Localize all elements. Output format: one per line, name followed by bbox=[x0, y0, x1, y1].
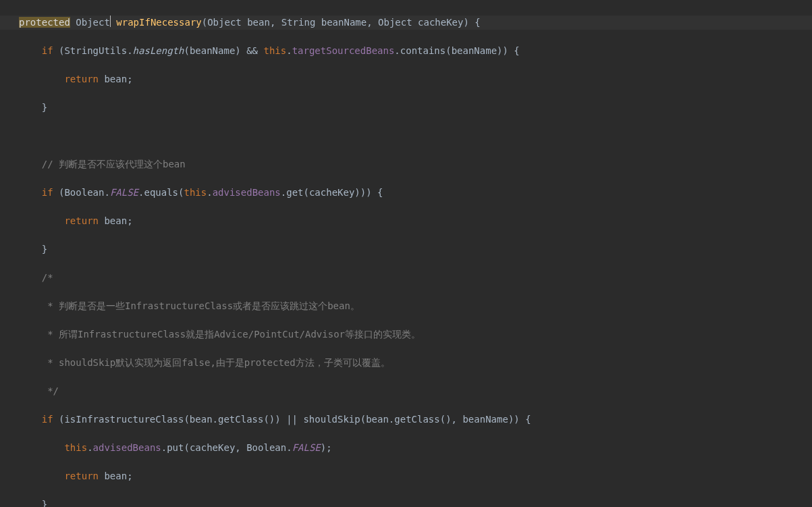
code-comment: // 判断是否不应该代理这个bean bbox=[0, 157, 812, 171]
keyword-protected: protected bbox=[19, 17, 70, 28]
code-comment: */ bbox=[0, 384, 812, 398]
caret bbox=[110, 16, 111, 27]
code-line: protected Object wrapIfNecessary(Object … bbox=[0, 16, 812, 30]
code-line: return bean; bbox=[0, 72, 812, 86]
code-line: return bean; bbox=[0, 214, 812, 228]
code-line: } bbox=[0, 498, 812, 507]
code-comment: * 所谓InfrastructureClass就是指Advice/PointCu… bbox=[0, 327, 812, 342]
code-line: return bean; bbox=[0, 469, 812, 483]
code-comment: /* bbox=[0, 271, 812, 285]
code-line: this.advisedBeans.put(cacheKey, Boolean.… bbox=[0, 441, 812, 455]
code-comment: * shouldSkip默认实现为返回false,由于是protected方法，… bbox=[0, 356, 812, 370]
code-comment: * 判断是否是一些InfrastructureClass或者是否应该跳过这个be… bbox=[0, 299, 812, 313]
method-name: wrapIfNecessary bbox=[116, 17, 201, 28]
code-line: if (isInfrastructureClass(bean.getClass(… bbox=[0, 412, 812, 427]
code-line: if (Boolean.FALSE.equals(this.advisedBea… bbox=[0, 186, 812, 200]
code-line bbox=[0, 129, 812, 143]
code-line: if (StringUtils.hasLength(beanName) && t… bbox=[0, 44, 812, 58]
code-editor[interactable]: protected Object wrapIfNecessary(Object … bbox=[0, 0, 812, 507]
code-line: } bbox=[0, 101, 812, 115]
code-line: } bbox=[0, 242, 812, 257]
